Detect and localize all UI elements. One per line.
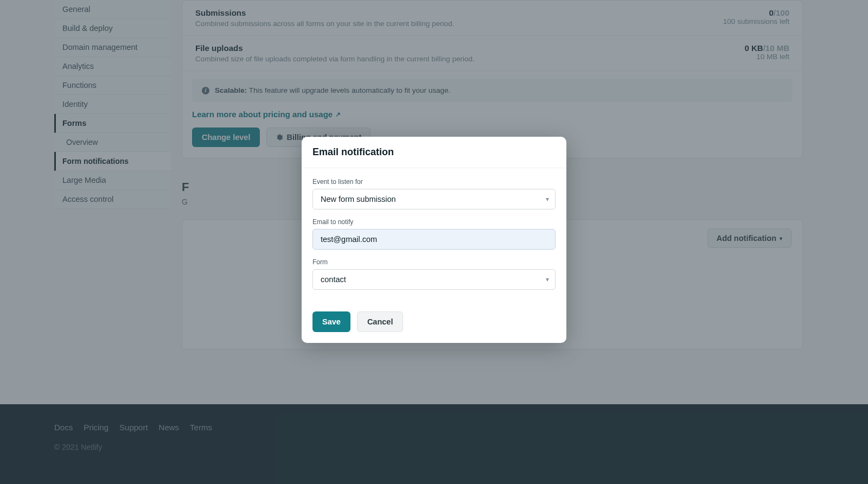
save-button[interactable]: Save (312, 311, 350, 332)
modal-overlay[interactable]: Email notification Event to listen for N… (0, 0, 868, 484)
cancel-button[interactable]: Cancel (357, 311, 404, 332)
email-notification-modal: Email notification Event to listen for N… (302, 137, 566, 343)
modal-title: Email notification (312, 147, 556, 158)
event-select[interactable]: New form submission (312, 189, 556, 209)
form-label: Form (312, 258, 556, 266)
form-select[interactable]: contact (312, 269, 556, 290)
email-label: Email to notify (312, 218, 556, 226)
event-label: Event to listen for (312, 178, 556, 186)
email-input[interactable] (312, 229, 556, 250)
